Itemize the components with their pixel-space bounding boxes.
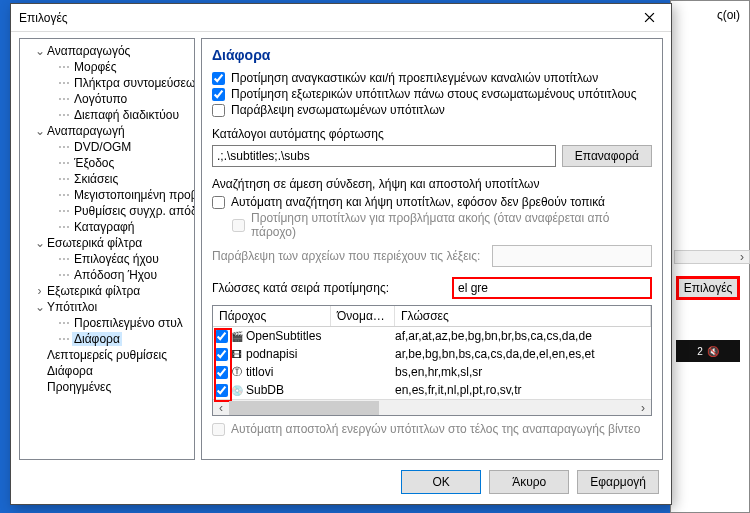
provider-langs: af,ar,at,az,be,bg,bn,br,bs,ca,cs,da,de: [395, 329, 651, 343]
languages-input[interactable]: [452, 277, 652, 299]
scroll-right-icon[interactable]: ›: [635, 401, 651, 415]
tree-node[interactable]: ⋯Έξοδος: [22, 155, 192, 171]
provider-langs: ar,be,bg,bn,bs,ca,cs,da,de,el,en,es,et: [395, 347, 651, 361]
auto-search-checkbox[interactable]: Αυτόματη αναζήτηση και λήψη υποτίτλων, ε…: [212, 195, 652, 209]
tree-node[interactable]: Διάφορα: [22, 363, 192, 379]
tree-node[interactable]: Λεπτομερείς ρυθμίσεις: [22, 347, 192, 363]
provider-name: OpenSubtitles: [246, 329, 321, 343]
tree-leaf-icon: ⋯: [58, 172, 72, 186]
languages-label: Γλώσσες κατά σειρά προτίμησης:: [212, 281, 444, 295]
tree-node[interactable]: ⋯Λογότυπο: [22, 91, 192, 107]
tree-node[interactable]: ⌄Αναπαραγωγός: [22, 43, 192, 59]
ignore-words-input: [492, 245, 652, 267]
ignore-embedded-checkbox[interactable]: Παράβλεψη ενσωματωμένων υπότιτλων: [212, 103, 652, 117]
cancel-button[interactable]: Άκυρο: [489, 470, 569, 494]
tree-node[interactable]: ⋯Επιλογέας ήχου: [22, 251, 192, 267]
expand-icon[interactable]: ⌄: [34, 124, 45, 138]
tree-leaf-icon: ⋯: [58, 76, 72, 90]
table-row[interactable]: 💿SubDBen,es,fr,it,nl,pl,pt,ro,sv,tr: [213, 381, 651, 399]
tree-leaf-icon: ⋯: [58, 92, 72, 106]
prefer-hearing-input: [232, 219, 245, 232]
provider-name: titlovi: [246, 365, 273, 379]
tree-node[interactable]: ⋯Μεγιστοποιημένη προβ: [22, 187, 192, 203]
close-button[interactable]: [627, 4, 671, 32]
tree-leaf-icon: ⋯: [58, 268, 72, 282]
bg-scrollbar[interactable]: ›: [674, 250, 750, 264]
tree-node[interactable]: ⋯Καταγραφή: [22, 219, 192, 235]
providers-table[interactable]: Πάροχος Όνομα χρ... Γλώσσες 🎬OpenSubtitl…: [212, 305, 652, 416]
scroll-track[interactable]: [229, 401, 635, 415]
tree-leaf-icon: ⋯: [58, 140, 72, 154]
provider-checkbox[interactable]: [215, 330, 228, 343]
tree-node[interactable]: ⋯Προεπιλεγμένο στυλ: [22, 315, 192, 331]
expand-icon[interactable]: ⌄: [34, 300, 45, 314]
category-tree[interactable]: ⌄Αναπαραγωγός⋯Μορφές⋯Πλήκτρα συντομεύσεω…: [19, 38, 195, 460]
table-row[interactable]: 🎞podnapisiar,be,bg,bn,bs,ca,cs,da,de,el,…: [213, 345, 651, 363]
bg-options-button[interactable]: Επιλογές: [676, 276, 740, 300]
tree-label: Λογότυπο: [72, 92, 129, 106]
expand-icon[interactable]: ⌄: [34, 236, 45, 250]
autoload-paths-input[interactable]: [212, 145, 556, 167]
scroll-left-icon[interactable]: ‹: [213, 401, 229, 415]
ok-button[interactable]: OK: [401, 470, 481, 494]
scroll-thumb[interactable]: [229, 401, 379, 415]
table-header: Πάροχος Όνομα χρ... Γλώσσες: [213, 306, 651, 327]
auto-upload-input: [212, 423, 225, 436]
scroll-right-icon[interactable]: ›: [735, 250, 749, 264]
expand-icon[interactable]: ›: [34, 284, 45, 298]
th-user[interactable]: Όνομα χρ...: [331, 306, 395, 326]
tree-node[interactable]: ⋯Μορφές: [22, 59, 192, 75]
provider-name: SubDB: [246, 383, 284, 397]
tree-node[interactable]: ⋯Απόδοση Ήχου: [22, 267, 192, 283]
ignore-embedded-input[interactable]: [212, 104, 225, 117]
reset-paths-button[interactable]: Επαναφορά: [562, 145, 652, 167]
mute-icon: 🔇: [707, 346, 719, 357]
tree-label: Σκιάσεις: [72, 172, 120, 186]
tree-label: Μεγιστοποιημένη προβ: [72, 188, 195, 202]
provider-icon: Ⓣ: [230, 365, 244, 379]
table-row[interactable]: 🎬OpenSubtitlesaf,ar,at,az,be,bg,bn,br,bs…: [213, 327, 651, 345]
expand-icon[interactable]: ⌄: [34, 44, 45, 58]
provider-name: podnapisi: [246, 347, 297, 361]
bg-tab-suffix: ς(οι): [717, 8, 740, 22]
tree-label: Αναπαραγωγή: [45, 124, 127, 138]
tree-label: Προηγμένες: [45, 380, 113, 394]
tree-leaf-icon: ⋯: [58, 204, 72, 218]
apply-button[interactable]: Εφαρμογή: [577, 470, 659, 494]
tree-node[interactable]: ⋯DVD/OGM: [22, 139, 192, 155]
th-langs[interactable]: Γλώσσες: [395, 306, 651, 326]
close-icon: [644, 12, 655, 23]
provider-checkbox[interactable]: [215, 384, 228, 397]
provider-icon: 🎞: [230, 347, 244, 361]
table-hscroll[interactable]: ‹ ›: [213, 399, 651, 415]
options-dialog: Επιλογές ⌄Αναπαραγωγός⋯Μορφές⋯Πλήκτρα συ…: [10, 3, 672, 505]
table-row[interactable]: Ⓣtitlovibs,en,hr,mk,sl,sr: [213, 363, 651, 381]
auto-search-input[interactable]: [212, 196, 225, 209]
tree-label: Εξωτερικά φίλτρα: [45, 284, 142, 298]
provider-checkbox[interactable]: [215, 366, 228, 379]
tree-node[interactable]: ⋯Διάφορα: [22, 331, 192, 347]
tree-label: Υπότιτλοι: [45, 300, 99, 314]
content-panel: Διάφορα Προτίμηση αναγκαστικών και/ή προ…: [201, 38, 663, 460]
tree-node[interactable]: Προηγμένες: [22, 379, 192, 395]
tree-node[interactable]: ⋯Διεπαφή διαδικτύου: [22, 107, 192, 123]
tree-node[interactable]: ›Εξωτερικά φίλτρα: [22, 283, 192, 299]
titlebar: Επιλογές: [11, 4, 671, 32]
dialog-title: Επιλογές: [19, 11, 68, 25]
provider-icon: 💿: [230, 383, 244, 397]
prefer-external-checkbox[interactable]: Προτίμηση εξωτερικών υπότιτλων πάνω στου…: [212, 87, 652, 101]
tree-node[interactable]: ⋯Ρυθμίσεις συγχρ. απόδο: [22, 203, 192, 219]
prefer-external-input[interactable]: [212, 88, 225, 101]
tree-node[interactable]: ⋯Σκιάσεις: [22, 171, 192, 187]
prefer-forced-checkbox[interactable]: Προτίμηση αναγκαστικών και/ή προεπιλεγμέ…: [212, 71, 652, 85]
provider-checkbox[interactable]: [215, 348, 228, 361]
tree-label: DVD/OGM: [72, 140, 133, 154]
bg-volume-value: 2: [697, 346, 703, 357]
tree-node[interactable]: ⋯Πλήκτρα συντομεύσεων: [22, 75, 192, 91]
tree-node[interactable]: ⌄Υπότιτλοι: [22, 299, 192, 315]
prefer-forced-input[interactable]: [212, 72, 225, 85]
tree-node[interactable]: ⌄Εσωτερικά φίλτρα: [22, 235, 192, 251]
th-provider[interactable]: Πάροχος: [213, 306, 331, 326]
tree-node[interactable]: ⌄Αναπαραγωγή: [22, 123, 192, 139]
tree-leaf-icon: ⋯: [58, 332, 72, 346]
